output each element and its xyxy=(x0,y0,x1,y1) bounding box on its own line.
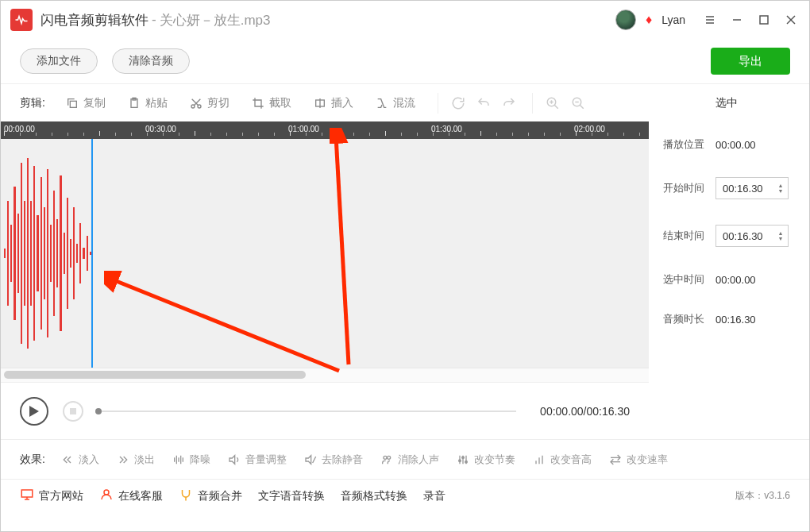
waveform-bar xyxy=(67,198,68,308)
progress-handle[interactable] xyxy=(95,408,102,414)
cut-button[interactable]: 剪切 xyxy=(180,91,239,116)
play-button[interactable] xyxy=(20,397,48,426)
svg-marker-23 xyxy=(29,406,39,417)
mix-button[interactable]: 混流 xyxy=(366,91,425,116)
svg-point-38 xyxy=(459,460,461,462)
playhead[interactable] xyxy=(91,139,93,368)
waveform-bar xyxy=(4,249,6,258)
scroll-thumb[interactable] xyxy=(4,371,306,379)
zoom-in-button[interactable] xyxy=(542,93,563,114)
svg-rect-4 xyxy=(760,16,768,24)
undo-button[interactable] xyxy=(473,93,494,114)
title-separator: - xyxy=(152,12,156,28)
record-link[interactable]: 录音 xyxy=(423,489,446,503)
tempo-button[interactable]: 改变节奏 xyxy=(449,448,523,472)
svg-rect-7 xyxy=(70,101,76,107)
waveform-bar xyxy=(56,219,58,287)
current-file-name: 关心妍－放生.mp3 xyxy=(160,11,271,29)
headset-icon xyxy=(99,488,114,504)
svg-point-40 xyxy=(465,461,468,463)
waveform-bar xyxy=(73,207,75,299)
audio-merge-link[interactable]: 音频合并 xyxy=(179,488,242,504)
clear-audio-button[interactable]: 清除音频 xyxy=(112,48,190,74)
volume-button[interactable]: 音量调整 xyxy=(220,448,295,472)
selected-time-label: 选中时间 xyxy=(663,272,708,287)
progress-slider[interactable] xyxy=(98,411,516,412)
fadein-button[interactable]: 淡入 xyxy=(53,448,107,472)
minimize-button[interactable] xyxy=(728,11,746,29)
waveform-bar xyxy=(87,236,88,270)
waveform-bar xyxy=(17,214,19,294)
copy-button[interactable]: 复制 xyxy=(56,91,115,116)
app-logo-icon xyxy=(10,9,33,31)
playback-controls: 00:00.00/00:16.30 xyxy=(1,382,649,439)
ruler-tick: 01:30.00 xyxy=(431,125,462,133)
remove-vocal-button[interactable]: 消除人声 xyxy=(372,448,447,472)
paste-button[interactable]: 粘贴 xyxy=(118,91,177,116)
waveform-bar xyxy=(7,201,9,306)
close-button[interactable] xyxy=(782,11,800,29)
timeline-area: 00:00.00 00:30.00 01:00.00 01:30.00 02:0… xyxy=(1,121,649,439)
start-time-label: 开始时间 xyxy=(663,181,708,195)
speed-button[interactable]: 改变速率 xyxy=(601,448,676,472)
end-stepper[interactable]: ▲▼ xyxy=(777,231,785,241)
refresh-button[interactable] xyxy=(448,93,469,114)
waveform-bar xyxy=(50,225,52,282)
svg-point-39 xyxy=(462,457,465,459)
svg-point-49 xyxy=(104,490,109,495)
insert-button[interactable]: 插入 xyxy=(304,91,363,116)
username: Lyan xyxy=(662,13,685,26)
crop-button[interactable]: 截取 xyxy=(242,91,301,116)
svg-point-34 xyxy=(388,456,391,459)
redo-button[interactable] xyxy=(499,93,519,114)
waveform-bar xyxy=(53,191,55,316)
svg-marker-30 xyxy=(230,455,235,464)
end-time-input[interactable]: 00:16.30▲▼ xyxy=(716,225,789,247)
denoise-button[interactable]: 降噪 xyxy=(164,448,218,472)
selected-label: 选中 xyxy=(716,96,738,110)
user-avatar[interactable] xyxy=(615,10,636,30)
pitch-button[interactable]: 改变音高 xyxy=(525,448,600,472)
tts-link[interactable]: 文字语音转换 xyxy=(258,489,325,503)
waveform-track[interactable] xyxy=(1,139,649,368)
info-side-panel: 播放位置00:00.00 开始时间 00:16.30▲▼ 结束时间 00:16.… xyxy=(649,121,809,439)
remove-silence-button[interactable]: 去除静音 xyxy=(296,448,371,472)
fadeout-button[interactable]: 淡出 xyxy=(109,448,163,472)
svg-rect-46 xyxy=(21,490,33,497)
start-stepper[interactable]: ▲▼ xyxy=(777,183,785,194)
svg-line-21 xyxy=(580,105,584,109)
horizontal-scrollbar[interactable] xyxy=(1,368,649,382)
waveform-bar xyxy=(27,158,29,349)
duration-value: 00:16.30 xyxy=(716,314,756,326)
menu-button[interactable] xyxy=(701,11,719,29)
waveform-bar xyxy=(10,225,12,282)
add-file-button[interactable]: 添加文件 xyxy=(20,48,98,74)
maximize-button[interactable] xyxy=(755,11,773,29)
merge-icon xyxy=(179,488,193,504)
waveform-bar xyxy=(79,223,81,284)
waveform-bar xyxy=(40,177,42,330)
zoom-out-button[interactable] xyxy=(568,93,588,114)
end-time-label: 结束时间 xyxy=(663,229,708,243)
format-convert-link[interactable]: 音频格式转换 xyxy=(341,489,407,503)
svg-point-33 xyxy=(384,456,387,459)
play-pos-label: 播放位置 xyxy=(663,137,708,152)
timeline-ruler[interactable]: 00:00.00 00:30.00 01:00.00 01:30.00 02:0… xyxy=(1,121,649,139)
stop-button[interactable] xyxy=(63,401,83,422)
effects-label: 效果: xyxy=(20,453,45,467)
official-site-link[interactable]: 官方网站 xyxy=(20,488,83,504)
titlebar: 闪电音频剪辑软件 - 关心妍－放生.mp3 ♦ Lyan xyxy=(1,1,809,39)
waveform-bar xyxy=(37,215,38,291)
waveform-bar xyxy=(21,163,22,344)
export-button[interactable]: 导出 xyxy=(711,48,790,75)
ruler-tick: 01:00.00 xyxy=(288,125,319,133)
waveform-bar xyxy=(60,175,61,332)
selected-time-value: 00:00.00 xyxy=(716,274,756,286)
support-link[interactable]: 在线客服 xyxy=(99,488,163,504)
playback-time: 00:00.00/00:16.30 xyxy=(540,405,630,418)
edit-label: 剪辑: xyxy=(20,96,45,110)
ruler-tick: 00:30.00 xyxy=(145,125,176,133)
waveform-bar xyxy=(14,187,15,320)
start-time-input[interactable]: 00:16.30▲▼ xyxy=(716,177,789,199)
ruler-tick: 02:00.00 xyxy=(574,125,605,133)
